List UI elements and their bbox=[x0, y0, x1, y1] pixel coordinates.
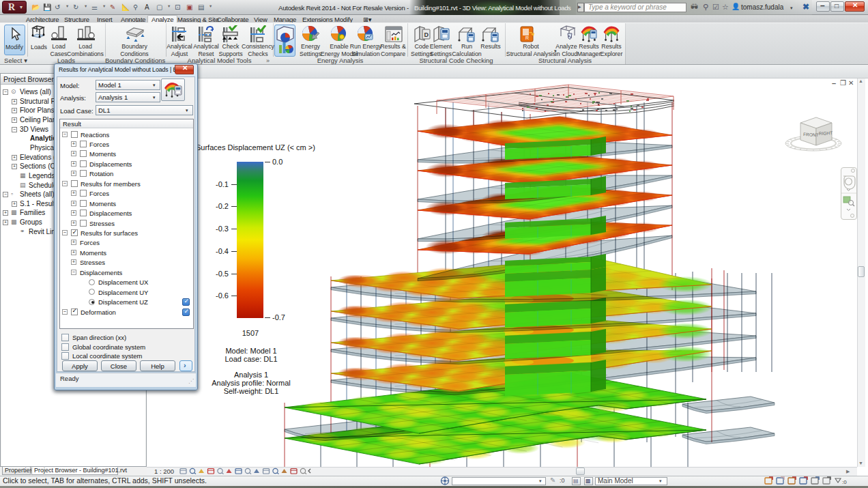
svg-text::0: :0 bbox=[842, 479, 847, 485]
